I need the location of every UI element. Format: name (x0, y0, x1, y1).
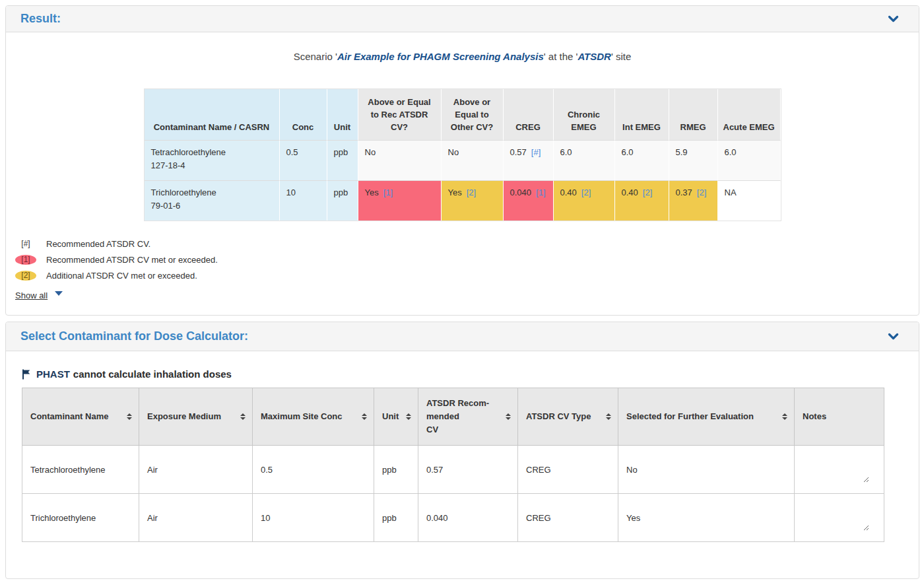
cell-unit: ppb (327, 180, 358, 221)
notes-input[interactable] (801, 502, 869, 531)
dose-header-row: Contaminant Name Exposure Medium Maximum… (22, 388, 884, 446)
chevron-down-icon[interactable] (888, 15, 899, 23)
show-all: Show all (15, 291, 919, 300)
sort-icon[interactable] (606, 413, 611, 420)
cell-value: 6.0 (622, 147, 634, 157)
cell-unit: ppb (374, 494, 418, 542)
sort-icon[interactable] (406, 413, 411, 420)
cell-above-rec: Yes[1] (358, 180, 442, 221)
col-rmeg: RMEG (669, 89, 718, 140)
footnote-link[interactable]: [2] (581, 188, 591, 197)
legend: [#] Recommended ATSDR CV. [1] Recommende… (15, 238, 919, 281)
cell-creg: 0.040[1] (504, 180, 554, 221)
cell-rec-cv: 0.040 (418, 494, 518, 542)
column-label: Maximum Site Conc (261, 410, 343, 423)
cell-above-other: Yes[2] (442, 180, 504, 221)
cell-acute-emeg: NA (718, 180, 781, 221)
contaminant-name: Tetrachloroethylene (151, 147, 273, 157)
column-label: ATSDR Recom- mended CV (426, 397, 489, 436)
column-label: Notes (803, 410, 826, 423)
scenario-prefix: Scenario ' (294, 51, 337, 62)
scenario-middle: ' at the ' (544, 51, 578, 62)
column-label: Selected for Further Evaluation (626, 410, 754, 423)
col-creg: CREG (504, 89, 554, 140)
cell-value: Yes (448, 188, 462, 197)
legend-marker-yellow-pill: [2] (15, 271, 36, 281)
col-atsdr-cv-type[interactable]: ATSDR CV Type (518, 388, 618, 446)
cell-creg: 0.57[#] (504, 140, 554, 180)
site-name: ATSDR (578, 51, 611, 62)
dose-panel-body: PHAST cannot calculate inhalation doses … (6, 368, 919, 542)
show-all-link[interactable]: Show all (15, 291, 48, 300)
cell-chronic-emeg: 6.0 (554, 140, 615, 180)
col-exposure-medium[interactable]: Exposure Medium (139, 388, 253, 446)
col-atsdr-recommended-cv[interactable]: ATSDR Recom- mended CV (418, 388, 518, 446)
cell-cv-type: CREG (518, 494, 618, 542)
cell-above-rec: No (358, 140, 442, 180)
table-row: Trichloroethylene 79-01-6 10 ppb Yes[1] … (145, 180, 781, 221)
col-chronic-emeg: Chronic EMEG (554, 89, 615, 140)
chevron-down-icon[interactable] (888, 333, 899, 341)
column-label: Contaminant Name (30, 410, 108, 423)
page: Result: Scenario 'Air Example for PHAGM … (0, 0, 924, 579)
col-max-site-conc[interactable]: Maximum Site Conc (253, 388, 374, 446)
inhalation-notice: PHAST cannot calculate inhalation doses (22, 368, 919, 380)
cell-contaminant: Tetrachloroethylene 127-18-4 (145, 140, 280, 180)
table-row: Trichloroethylene Air 10 ppb 0.040 CREG … (22, 494, 884, 542)
sort-icon[interactable] (127, 413, 132, 420)
scenario-suffix: ' site (611, 51, 631, 62)
footnote-link[interactable]: [2] (467, 188, 476, 197)
caret-down-icon[interactable] (55, 291, 63, 296)
col-selected-further-eval[interactable]: Selected for Further Evaluation (618, 388, 795, 446)
result-panel-header[interactable]: Result: (6, 6, 919, 32)
cell-exposure-medium: Air (139, 446, 253, 494)
column-label: Exposure Medium (147, 410, 221, 423)
cell-value: 0.040 (510, 188, 532, 197)
cell-unit: ppb (327, 140, 358, 180)
sort-icon[interactable] (782, 413, 787, 420)
dose-contaminant-table: Contaminant Name Exposure Medium Maximum… (22, 388, 884, 542)
footnote-link[interactable]: [2] (697, 188, 706, 197)
cell-max-site-conc: 0.5 (253, 446, 374, 494)
contaminant-casrn: 79-01-6 (151, 201, 273, 211)
notice-text: cannot calculate inhalation doses (73, 368, 232, 380)
cell-acute-emeg: 6.0 (718, 140, 781, 180)
cell-chronic-emeg: 0.40[2] (554, 180, 615, 221)
col-conc: Conc (280, 89, 327, 140)
notes-input[interactable] (801, 454, 869, 483)
col-unit: Unit (327, 89, 358, 140)
cell-selected: No (618, 446, 795, 494)
cell-rmeg: 5.9 (669, 140, 718, 180)
sort-icon[interactable] (362, 413, 367, 420)
cell-notes (795, 494, 884, 542)
footnote-link[interactable]: [2] (643, 188, 652, 197)
legend-text: Recommended ATSDR CV met or exceeded. (46, 255, 218, 265)
flag-icon (22, 369, 30, 380)
dose-panel-header[interactable]: Select Contaminant for Dose Calculator: (6, 322, 919, 351)
cell-notes (795, 446, 884, 494)
result-panel-body: Scenario 'Air Example for PHAGM Screenin… (6, 51, 919, 300)
col-contaminant-name[interactable]: Contaminant Name (22, 388, 139, 446)
footnote-link[interactable]: [1] (536, 188, 545, 197)
legend-text: Recommended ATSDR CV. (46, 239, 150, 249)
cell-conc: 0.5 (280, 140, 327, 180)
cell-value: 5.9 (676, 147, 688, 157)
screening-header-row: Contaminant Name / CASRN Conc Unit Above… (145, 89, 781, 140)
col-unit[interactable]: Unit (374, 388, 418, 446)
cell-contaminant-name: Trichloroethylene (22, 494, 139, 542)
cell-value: 6.0 (560, 147, 572, 157)
footnote-link[interactable]: [#] (531, 147, 541, 157)
col-notes: Notes (795, 388, 884, 446)
sort-icon[interactable] (240, 413, 246, 420)
footnote-link[interactable]: [1] (383, 188, 393, 197)
scenario-name: Air Example for PHAGM Screening Analysis (337, 51, 544, 62)
legend-text: Additional ATSDR CV met or exceeded. (46, 271, 197, 281)
legend-item: [2] Additional ATSDR CV met or exceeded. (15, 270, 919, 281)
table-row: Tetrachloroethylene 127-18-4 0.5 ppb No … (145, 140, 781, 180)
contaminant-casrn: 127-18-4 (151, 160, 273, 170)
cell-above-other: No (442, 140, 504, 180)
cell-value: 0.40 (622, 188, 638, 197)
sort-icon[interactable] (506, 413, 511, 420)
app-name: PHAST (36, 368, 70, 380)
cell-value: Yes (365, 188, 379, 197)
